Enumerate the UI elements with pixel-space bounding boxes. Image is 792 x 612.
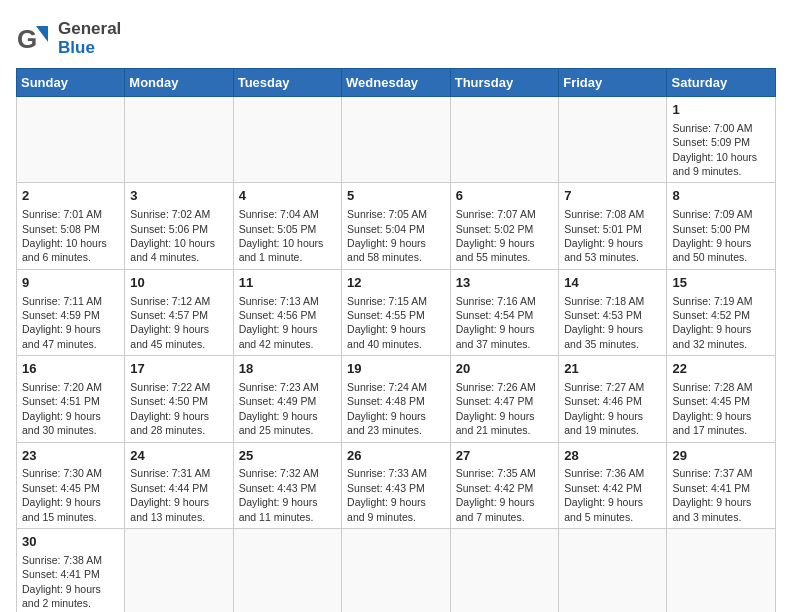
calendar-cell: 14Sunrise: 7:18 AM Sunset: 4:53 PM Dayli… xyxy=(559,269,667,355)
day-number: 5 xyxy=(347,187,445,205)
calendar-cell xyxy=(450,529,558,612)
day-number: 3 xyxy=(130,187,227,205)
day-number: 29 xyxy=(672,447,770,465)
calendar-cell xyxy=(342,529,451,612)
weekday-header-monday: Monday xyxy=(125,69,233,97)
calendar-cell: 19Sunrise: 7:24 AM Sunset: 4:48 PM Dayli… xyxy=(342,356,451,442)
day-info: Sunrise: 7:07 AM Sunset: 5:02 PM Dayligh… xyxy=(456,207,553,265)
day-info: Sunrise: 7:23 AM Sunset: 4:49 PM Dayligh… xyxy=(239,380,336,438)
logo-general: General xyxy=(58,20,121,39)
day-number: 15 xyxy=(672,274,770,292)
day-number: 9 xyxy=(22,274,119,292)
calendar-cell xyxy=(233,529,341,612)
header: G General Blue xyxy=(16,16,776,58)
day-info: Sunrise: 7:00 AM Sunset: 5:09 PM Dayligh… xyxy=(672,121,770,179)
calendar-cell: 20Sunrise: 7:26 AM Sunset: 4:47 PM Dayli… xyxy=(450,356,558,442)
day-number: 4 xyxy=(239,187,336,205)
day-info: Sunrise: 7:08 AM Sunset: 5:01 PM Dayligh… xyxy=(564,207,661,265)
calendar-week-1: 2Sunrise: 7:01 AM Sunset: 5:08 PM Daylig… xyxy=(17,183,776,269)
calendar-cell: 5Sunrise: 7:05 AM Sunset: 5:04 PM Daylig… xyxy=(342,183,451,269)
calendar-cell: 29Sunrise: 7:37 AM Sunset: 4:41 PM Dayli… xyxy=(667,442,776,528)
day-info: Sunrise: 7:04 AM Sunset: 5:05 PM Dayligh… xyxy=(239,207,336,265)
weekday-header-tuesday: Tuesday xyxy=(233,69,341,97)
day-number: 13 xyxy=(456,274,553,292)
day-info: Sunrise: 7:15 AM Sunset: 4:55 PM Dayligh… xyxy=(347,294,445,352)
calendar-cell xyxy=(125,97,233,183)
day-info: Sunrise: 7:30 AM Sunset: 4:45 PM Dayligh… xyxy=(22,466,119,524)
day-number: 26 xyxy=(347,447,445,465)
day-info: Sunrise: 7:24 AM Sunset: 4:48 PM Dayligh… xyxy=(347,380,445,438)
calendar: SundayMondayTuesdayWednesdayThursdayFrid… xyxy=(16,68,776,612)
day-info: Sunrise: 7:05 AM Sunset: 5:04 PM Dayligh… xyxy=(347,207,445,265)
calendar-week-0: 1Sunrise: 7:00 AM Sunset: 5:09 PM Daylig… xyxy=(17,97,776,183)
day-number: 27 xyxy=(456,447,553,465)
day-info: Sunrise: 7:11 AM Sunset: 4:59 PM Dayligh… xyxy=(22,294,119,352)
day-number: 22 xyxy=(672,360,770,378)
calendar-cell: 7Sunrise: 7:08 AM Sunset: 5:01 PM Daylig… xyxy=(559,183,667,269)
weekday-header-sunday: Sunday xyxy=(17,69,125,97)
calendar-cell: 16Sunrise: 7:20 AM Sunset: 4:51 PM Dayli… xyxy=(17,356,125,442)
day-number: 10 xyxy=(130,274,227,292)
calendar-cell: 22Sunrise: 7:28 AM Sunset: 4:45 PM Dayli… xyxy=(667,356,776,442)
day-info: Sunrise: 7:27 AM Sunset: 4:46 PM Dayligh… xyxy=(564,380,661,438)
calendar-cell: 21Sunrise: 7:27 AM Sunset: 4:46 PM Dayli… xyxy=(559,356,667,442)
logo-blue: Blue xyxy=(58,39,121,58)
calendar-cell xyxy=(125,529,233,612)
calendar-cell xyxy=(17,97,125,183)
day-number: 20 xyxy=(456,360,553,378)
day-number: 11 xyxy=(239,274,336,292)
calendar-week-5: 30Sunrise: 7:38 AM Sunset: 4:41 PM Dayli… xyxy=(17,529,776,612)
calendar-cell xyxy=(342,97,451,183)
calendar-cell xyxy=(450,97,558,183)
calendar-cell: 1Sunrise: 7:00 AM Sunset: 5:09 PM Daylig… xyxy=(667,97,776,183)
day-info: Sunrise: 7:16 AM Sunset: 4:54 PM Dayligh… xyxy=(456,294,553,352)
day-info: Sunrise: 7:28 AM Sunset: 4:45 PM Dayligh… xyxy=(672,380,770,438)
calendar-cell: 12Sunrise: 7:15 AM Sunset: 4:55 PM Dayli… xyxy=(342,269,451,355)
calendar-cell xyxy=(667,529,776,612)
calendar-cell: 9Sunrise: 7:11 AM Sunset: 4:59 PM Daylig… xyxy=(17,269,125,355)
calendar-week-2: 9Sunrise: 7:11 AM Sunset: 4:59 PM Daylig… xyxy=(17,269,776,355)
day-number: 16 xyxy=(22,360,119,378)
weekday-header-friday: Friday xyxy=(559,69,667,97)
calendar-cell: 4Sunrise: 7:04 AM Sunset: 5:05 PM Daylig… xyxy=(233,183,341,269)
day-number: 24 xyxy=(130,447,227,465)
day-info: Sunrise: 7:02 AM Sunset: 5:06 PM Dayligh… xyxy=(130,207,227,265)
day-number: 2 xyxy=(22,187,119,205)
day-info: Sunrise: 7:37 AM Sunset: 4:41 PM Dayligh… xyxy=(672,466,770,524)
logo: G General Blue xyxy=(16,20,121,58)
calendar-cell: 25Sunrise: 7:32 AM Sunset: 4:43 PM Dayli… xyxy=(233,442,341,528)
day-info: Sunrise: 7:20 AM Sunset: 4:51 PM Dayligh… xyxy=(22,380,119,438)
calendar-cell: 13Sunrise: 7:16 AM Sunset: 4:54 PM Dayli… xyxy=(450,269,558,355)
calendar-cell: 26Sunrise: 7:33 AM Sunset: 4:43 PM Dayli… xyxy=(342,442,451,528)
day-info: Sunrise: 7:18 AM Sunset: 4:53 PM Dayligh… xyxy=(564,294,661,352)
day-number: 23 xyxy=(22,447,119,465)
day-info: Sunrise: 7:09 AM Sunset: 5:00 PM Dayligh… xyxy=(672,207,770,265)
calendar-cell: 17Sunrise: 7:22 AM Sunset: 4:50 PM Dayli… xyxy=(125,356,233,442)
calendar-cell: 6Sunrise: 7:07 AM Sunset: 5:02 PM Daylig… xyxy=(450,183,558,269)
day-info: Sunrise: 7:19 AM Sunset: 4:52 PM Dayligh… xyxy=(672,294,770,352)
day-info: Sunrise: 7:32 AM Sunset: 4:43 PM Dayligh… xyxy=(239,466,336,524)
day-number: 28 xyxy=(564,447,661,465)
day-number: 19 xyxy=(347,360,445,378)
calendar-cell xyxy=(233,97,341,183)
weekday-header-thursday: Thursday xyxy=(450,69,558,97)
calendar-cell: 23Sunrise: 7:30 AM Sunset: 4:45 PM Dayli… xyxy=(17,442,125,528)
calendar-cell: 27Sunrise: 7:35 AM Sunset: 4:42 PM Dayli… xyxy=(450,442,558,528)
day-info: Sunrise: 7:38 AM Sunset: 4:41 PM Dayligh… xyxy=(22,553,119,611)
calendar-cell xyxy=(559,97,667,183)
calendar-cell: 30Sunrise: 7:38 AM Sunset: 4:41 PM Dayli… xyxy=(17,529,125,612)
day-number: 8 xyxy=(672,187,770,205)
svg-marker-1 xyxy=(36,26,48,42)
day-number: 25 xyxy=(239,447,336,465)
day-number: 12 xyxy=(347,274,445,292)
day-number: 18 xyxy=(239,360,336,378)
day-info: Sunrise: 7:26 AM Sunset: 4:47 PM Dayligh… xyxy=(456,380,553,438)
weekday-header-wednesday: Wednesday xyxy=(342,69,451,97)
day-number: 6 xyxy=(456,187,553,205)
calendar-cell: 18Sunrise: 7:23 AM Sunset: 4:49 PM Dayli… xyxy=(233,356,341,442)
day-info: Sunrise: 7:01 AM Sunset: 5:08 PM Dayligh… xyxy=(22,207,119,265)
calendar-cell: 28Sunrise: 7:36 AM Sunset: 4:42 PM Dayli… xyxy=(559,442,667,528)
day-info: Sunrise: 7:36 AM Sunset: 4:42 PM Dayligh… xyxy=(564,466,661,524)
calendar-cell: 2Sunrise: 7:01 AM Sunset: 5:08 PM Daylig… xyxy=(17,183,125,269)
calendar-cell xyxy=(559,529,667,612)
